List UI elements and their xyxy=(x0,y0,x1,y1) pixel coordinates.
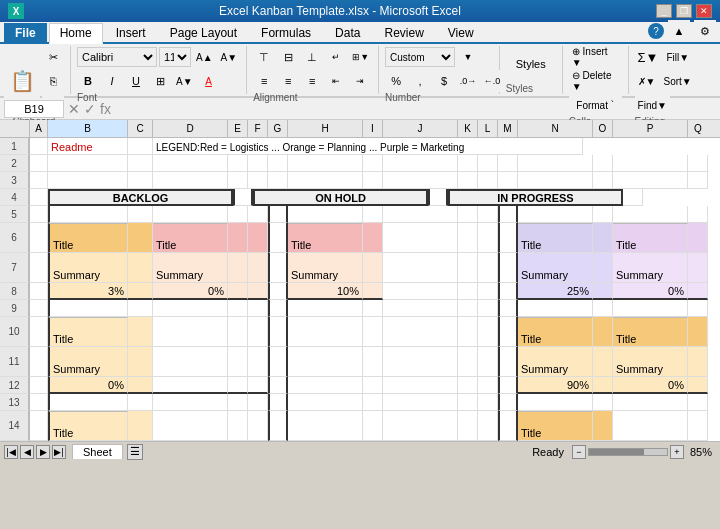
cell-M8[interactable] xyxy=(498,283,518,300)
cell-P3[interactable] xyxy=(613,172,688,189)
cell-D10[interactable] xyxy=(153,317,228,347)
cell-P2[interactable] xyxy=(613,155,688,172)
cell-H3[interactable] xyxy=(288,172,363,189)
cell-K5[interactable] xyxy=(458,206,478,223)
cell-M6[interactable] xyxy=(498,223,518,253)
sheet-nav-prev[interactable]: ◀ xyxy=(20,445,34,459)
cell-L11[interactable] xyxy=(478,347,498,377)
cell-E3[interactable] xyxy=(228,172,248,189)
cell-B12-pct[interactable]: 0% xyxy=(48,377,128,394)
cell-K9[interactable] xyxy=(458,300,478,317)
fill-color-button[interactable]: A▼ xyxy=(173,70,196,92)
cell-L12[interactable] xyxy=(478,377,498,394)
cell-C5[interactable] xyxy=(128,206,153,223)
cell-Q11[interactable] xyxy=(688,347,708,377)
cell-D5[interactable] xyxy=(153,206,228,223)
cell-J8[interactable] xyxy=(383,283,458,300)
cell-M12[interactable] xyxy=(498,377,518,394)
cell-F13[interactable] xyxy=(248,394,268,411)
cell-M10[interactable] xyxy=(498,317,518,347)
cell-Q10[interactable] xyxy=(688,317,708,347)
increase-decimal-button[interactable]: .0→ xyxy=(457,70,479,92)
zoom-slider[interactable] xyxy=(588,448,668,456)
cell-O13[interactable] xyxy=(593,394,613,411)
window-controls[interactable]: _ ❐ ✕ xyxy=(656,4,712,18)
cell-L6[interactable] xyxy=(478,223,498,253)
formula-cancel-icon[interactable]: ✕ xyxy=(68,101,80,117)
cell-H11[interactable] xyxy=(288,347,363,377)
styles-button[interactable]: Styles xyxy=(506,46,556,82)
col-header-G[interactable]: G xyxy=(268,120,288,137)
underline-button[interactable]: U xyxy=(125,70,147,92)
cell-Q14[interactable] xyxy=(688,411,708,441)
help-icon[interactable]: ? xyxy=(648,23,664,39)
cell-M2[interactable] xyxy=(498,155,518,172)
cell-F7[interactable] xyxy=(248,253,268,283)
onhold-header[interactable]: ON HOLD xyxy=(253,189,428,206)
cell-E8[interactable] xyxy=(228,283,248,300)
cell-A2[interactable] xyxy=(30,155,48,172)
cell-D6-title[interactable]: Title xyxy=(153,223,228,253)
cell-Q4[interactable] xyxy=(623,189,643,206)
col-header-P[interactable]: P xyxy=(613,120,688,137)
cell-K8[interactable] xyxy=(458,283,478,300)
align-bottom-button[interactable]: ⊥ xyxy=(301,46,323,68)
cell-G4[interactable] xyxy=(233,189,253,206)
cell-N9[interactable] xyxy=(518,300,593,317)
cell-Q3[interactable] xyxy=(688,172,708,189)
cell-H5[interactable] xyxy=(288,206,363,223)
cell-E2[interactable] xyxy=(228,155,248,172)
cell-E10[interactable] xyxy=(228,317,248,347)
cell-A14[interactable] xyxy=(30,411,48,441)
cell-I11[interactable] xyxy=(363,347,383,377)
col-header-I[interactable]: I xyxy=(363,120,383,137)
cell-P5[interactable] xyxy=(613,206,688,223)
cell-K2[interactable] xyxy=(458,155,478,172)
cell-I2[interactable] xyxy=(363,155,383,172)
cell-J3[interactable] xyxy=(383,172,458,189)
cell-L8[interactable] xyxy=(478,283,498,300)
zoom-in-button[interactable]: + xyxy=(670,445,684,459)
cell-J7[interactable] xyxy=(383,253,458,283)
col-header-Q[interactable]: Q xyxy=(688,120,708,137)
cell-B14-title[interactable]: Title xyxy=(48,411,128,441)
cell-A5[interactable] xyxy=(30,206,48,223)
ribbon-minimize-button[interactable]: ▲ xyxy=(668,20,690,42)
cell-K12[interactable] xyxy=(458,377,478,394)
cell-A1[interactable] xyxy=(30,138,48,155)
cell-L13[interactable] xyxy=(478,394,498,411)
cell-D14[interactable] xyxy=(153,411,228,441)
cell-B8-pct[interactable]: 3% xyxy=(48,283,128,300)
cell-N13[interactable] xyxy=(518,394,593,411)
sheet-nav-last[interactable]: ▶| xyxy=(52,445,66,459)
cell-K13[interactable] xyxy=(458,394,478,411)
cell-O3[interactable] xyxy=(593,172,613,189)
cell-M4[interactable] xyxy=(428,189,448,206)
cell-O5[interactable] xyxy=(593,206,613,223)
cell-O11[interactable] xyxy=(593,347,613,377)
cell-M11[interactable] xyxy=(498,347,518,377)
cell-P10-title[interactable]: Title xyxy=(613,317,688,347)
cell-N14-title[interactable]: Title xyxy=(518,411,593,441)
cell-B2[interactable] xyxy=(48,155,128,172)
cell-J5[interactable] xyxy=(383,206,458,223)
align-middle-button[interactable]: ⊟ xyxy=(277,46,299,68)
cell-L5[interactable] xyxy=(478,206,498,223)
col-header-C[interactable]: C xyxy=(128,120,153,137)
cell-K3[interactable] xyxy=(458,172,478,189)
cell-F11[interactable] xyxy=(248,347,268,377)
cell-G9[interactable] xyxy=(268,300,288,317)
cell-C6[interactable] xyxy=(128,223,153,253)
cell-I9[interactable] xyxy=(363,300,383,317)
cell-A12[interactable] xyxy=(30,377,48,394)
increase-font-button[interactable]: A▲ xyxy=(193,46,216,68)
decrease-indent-button[interactable]: ⇤ xyxy=(325,70,347,92)
align-left-button[interactable]: ≡ xyxy=(253,70,275,92)
cell-C3[interactable] xyxy=(128,172,153,189)
ribbon-options-button[interactable]: ⚙ xyxy=(694,20,716,42)
cell-A4[interactable] xyxy=(30,189,48,206)
cell-C8[interactable] xyxy=(128,283,153,300)
cell-C13[interactable] xyxy=(128,394,153,411)
cell-E12[interactable] xyxy=(228,377,248,394)
paste-button[interactable]: 📋 xyxy=(4,63,40,99)
